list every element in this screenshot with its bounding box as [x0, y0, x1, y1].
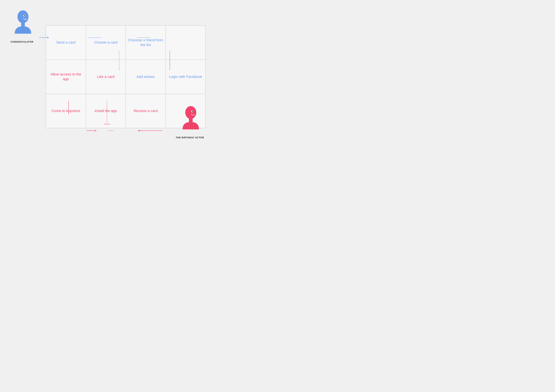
svg-point-23: [192, 111, 193, 112]
add-wishes-label: Add wishes: [137, 74, 155, 79]
congratulator-figure: [10, 10, 34, 39]
birthday-actor-label: THE BIRTHDAY ACTOR: [176, 136, 204, 139]
svg-point-2: [24, 15, 25, 16]
svg-marker-20: [138, 130, 139, 132]
congratulator-label: CONGRATULATOR: [11, 41, 33, 43]
cell-login-facebook: Login with Facebook: [166, 60, 206, 94]
install-app-label: Install the app: [95, 109, 117, 113]
svg-line-16: [95, 130, 96, 131]
receive-card-label: Receive a card: [134, 109, 158, 113]
login-facebook-label: Login with Facebook: [169, 74, 202, 79]
main-container: CONGRATULATOR Send a card Choose a card …: [0, 0, 212, 147]
birthday-actor: THE BIRTHDAY ACTOR: [176, 105, 204, 139]
svg-point-0: [17, 10, 29, 23]
like-card-label: Like a card: [97, 74, 115, 79]
cell-add-wishes: Add wishes: [126, 60, 166, 94]
cell-like-card: Like a card: [86, 60, 126, 94]
allow-access-label: Allow access to the app: [48, 72, 84, 81]
svg-point-21: [185, 106, 196, 119]
come-appstore-label: Come to Appstore: [51, 109, 80, 113]
cell-receive-card: Receive a card: [126, 94, 166, 128]
cell-install-app: Install the app: [86, 94, 126, 128]
choose-friend-label: Choosse a friend from the list: [127, 38, 164, 47]
cell-send-card: Send a card: [46, 25, 86, 60]
svg-line-17: [95, 131, 96, 132]
congratulator-actor: CONGRATULATOR: [10, 10, 34, 43]
cell-come-appstore: Come to Appstore: [46, 94, 86, 128]
send-card-label: Send a card: [56, 40, 76, 45]
cell-choose-friend: Choosse a friend from the list: [126, 25, 166, 60]
cell-choose-card: Choose a card: [86, 25, 126, 60]
choose-card-label: Choose a card: [94, 40, 117, 45]
cell-allow-access: Allow access to the app: [46, 60, 86, 94]
cell-empty-r0c3: [166, 25, 206, 60]
birthday-figure: [178, 105, 202, 135]
